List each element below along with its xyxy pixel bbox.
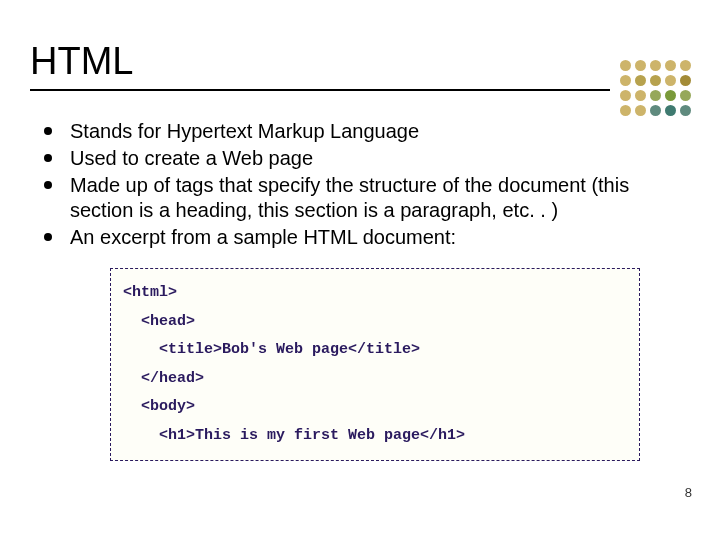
dot-icon bbox=[665, 105, 676, 116]
bullet-item: An excerpt from a sample HTML document: bbox=[44, 225, 690, 250]
code-line: <head> bbox=[123, 308, 627, 337]
dot-icon bbox=[635, 105, 646, 116]
dot-icon bbox=[680, 90, 691, 101]
dot-icon bbox=[635, 60, 646, 71]
code-line: <title>Bob's Web page</title> bbox=[123, 336, 627, 365]
code-line: <html> bbox=[123, 279, 627, 308]
dot-icon bbox=[635, 90, 646, 101]
dot-icon bbox=[680, 105, 691, 116]
dot-icon bbox=[620, 105, 631, 116]
code-line: <h1>This is my first Web page</h1> bbox=[123, 422, 627, 451]
dot-icon bbox=[665, 90, 676, 101]
dot-icon bbox=[650, 75, 661, 86]
bullet-item: Used to create a Web page bbox=[44, 146, 690, 171]
decorative-dot-pattern bbox=[620, 60, 692, 117]
dot-icon bbox=[650, 90, 661, 101]
page-number: 8 bbox=[685, 485, 692, 500]
bullet-item: Stands for Hypertext Markup Language bbox=[44, 119, 690, 144]
dot-icon bbox=[680, 60, 691, 71]
code-excerpt-box: <html> <head> <title>Bob's Web page</tit… bbox=[110, 268, 640, 461]
dot-icon bbox=[635, 75, 646, 86]
code-line: </head> bbox=[123, 365, 627, 394]
dot-icon bbox=[680, 75, 691, 86]
dot-icon bbox=[620, 60, 631, 71]
dot-icon bbox=[665, 75, 676, 86]
slide-title: HTML bbox=[30, 40, 610, 91]
dot-icon bbox=[650, 60, 661, 71]
dot-icon bbox=[650, 105, 661, 116]
code-line: <body> bbox=[123, 393, 627, 422]
dot-icon bbox=[620, 75, 631, 86]
dot-icon bbox=[620, 90, 631, 101]
dot-icon bbox=[665, 60, 676, 71]
bullet-item: Made up of tags that specify the structu… bbox=[44, 173, 690, 223]
bullet-list: Stands for Hypertext Markup Language Use… bbox=[30, 119, 690, 250]
